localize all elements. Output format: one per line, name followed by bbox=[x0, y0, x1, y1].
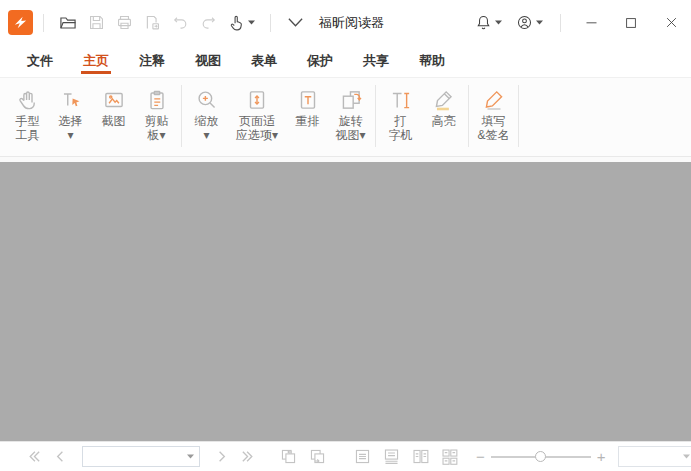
ribbon-item-label: 手型 bbox=[16, 114, 40, 128]
foxit-logo-icon[interactable] bbox=[8, 10, 33, 35]
ribbon-item-label: 截图 bbox=[102, 114, 126, 128]
print-button[interactable] bbox=[110, 9, 138, 37]
ribbon-item-label: &签名 bbox=[477, 128, 509, 142]
facing-continuous-view-button[interactable] bbox=[435, 445, 464, 469]
page-number-combobox[interactable] bbox=[82, 446, 200, 467]
ribbon-tab-bar: 文件 主页 注释 视图 表单 保护 共享 帮助 bbox=[0, 45, 691, 78]
zoom-out-button[interactable]: − bbox=[472, 449, 489, 464]
zoom-slider-track[interactable] bbox=[491, 456, 591, 458]
ribbon-item-label: 高亮 bbox=[432, 114, 456, 128]
convert-button[interactable] bbox=[138, 9, 166, 37]
ribbon-group-separator bbox=[375, 85, 376, 147]
zoom-level-caret-icon bbox=[683, 454, 690, 459]
page-fit-options-button[interactable]: 页面适 应选项▾ bbox=[229, 85, 285, 142]
typewriter-button[interactable]: 打 字机 bbox=[380, 85, 421, 142]
page-fit-options-icon bbox=[244, 86, 270, 114]
next-view-button[interactable] bbox=[303, 445, 332, 469]
titlebar-separator bbox=[270, 14, 271, 32]
ribbon-item-label: 打 bbox=[395, 114, 407, 128]
title-bar: 福昕阅读器 bbox=[0, 0, 691, 45]
ribbon-item-label: 旋转 bbox=[339, 114, 363, 128]
single-page-view-button[interactable] bbox=[348, 445, 377, 469]
tab-file[interactable]: 文件 bbox=[12, 45, 68, 77]
account-button[interactable] bbox=[508, 9, 550, 37]
clipboard-button[interactable]: 剪贴 板▾ bbox=[136, 85, 177, 142]
window-title: 福昕阅读器 bbox=[319, 14, 384, 32]
ribbon-item-label: 工具 bbox=[16, 128, 40, 142]
ribbon-item-label: 字机 bbox=[389, 128, 413, 142]
fill-sign-icon bbox=[481, 86, 507, 114]
ribbon-item-label: ▾ bbox=[203, 128, 209, 142]
next-page-button[interactable] bbox=[208, 445, 235, 469]
rotate-view-button[interactable]: 旋转 视图▾ bbox=[330, 85, 371, 142]
ribbon-group-fill-sign: 填写 &签名 bbox=[472, 85, 515, 142]
facing-view-button[interactable] bbox=[406, 445, 435, 469]
tab-comment[interactable]: 注释 bbox=[124, 45, 180, 77]
hand-tool-icon bbox=[15, 86, 41, 114]
prev-page-button[interactable] bbox=[47, 445, 74, 469]
zoom-in-button[interactable]: + bbox=[593, 449, 610, 464]
tab-protect[interactable]: 保护 bbox=[292, 45, 348, 77]
titlebar-separator bbox=[43, 14, 44, 32]
minimize-button[interactable] bbox=[571, 7, 611, 39]
zoom-level-input[interactable] bbox=[619, 447, 683, 466]
tab-view[interactable]: 视图 bbox=[180, 45, 236, 77]
snapshot-icon bbox=[101, 86, 127, 114]
reflow-button[interactable]: 重排 bbox=[287, 85, 328, 128]
undo-button[interactable] bbox=[166, 9, 194, 37]
ribbon-item-label: ▾ bbox=[67, 128, 73, 142]
open-file-button[interactable] bbox=[54, 9, 82, 37]
first-page-button[interactable] bbox=[20, 445, 47, 469]
page-number-input[interactable] bbox=[83, 447, 187, 466]
ribbon-item-label: 填写 bbox=[482, 114, 506, 128]
zoom-slider-thumb[interactable] bbox=[535, 451, 546, 462]
maximize-button[interactable] bbox=[611, 7, 651, 39]
touch-mode-caret-icon bbox=[248, 20, 255, 25]
zoom-slider[interactable] bbox=[491, 456, 591, 458]
notifications-caret-icon bbox=[495, 20, 502, 25]
ribbon-toolbar: 手型 工具 选择 ▾ 截图 bbox=[0, 78, 691, 157]
previous-view-button[interactable] bbox=[274, 445, 303, 469]
snapshot-button[interactable]: 截图 bbox=[93, 85, 134, 128]
touch-mode-button[interactable] bbox=[222, 9, 260, 37]
tab-share[interactable]: 共享 bbox=[348, 45, 404, 77]
zoom-button[interactable]: 缩放 ▾ bbox=[186, 85, 227, 142]
ribbon-item-label: 应选项▾ bbox=[236, 128, 278, 142]
zoom-level-combobox[interactable] bbox=[618, 446, 691, 467]
select-button[interactable]: 选择 ▾ bbox=[50, 85, 91, 142]
reflow-icon bbox=[295, 86, 321, 114]
hand-tool-button[interactable]: 手型 工具 bbox=[7, 85, 48, 142]
rotate-view-icon bbox=[338, 86, 364, 114]
ribbon-item-label: 选择 bbox=[59, 114, 83, 128]
tab-form[interactable]: 表单 bbox=[236, 45, 292, 77]
ribbon-item-label: 缩放 bbox=[195, 114, 219, 128]
tab-home[interactable]: 主页 bbox=[68, 45, 124, 77]
last-page-button[interactable] bbox=[235, 445, 262, 469]
redo-button[interactable] bbox=[194, 9, 222, 37]
save-button[interactable] bbox=[82, 9, 110, 37]
tab-help[interactable]: 帮助 bbox=[404, 45, 460, 77]
document-area-empty bbox=[0, 162, 691, 441]
account-caret-icon bbox=[536, 20, 543, 25]
collapse-toolbar-button[interactable] bbox=[281, 9, 309, 37]
ribbon-group-view: 缩放 ▾ 页面适 应选项▾ 重排 bbox=[185, 85, 372, 142]
ribbon-item-label: 板▾ bbox=[147, 128, 165, 142]
ribbon-item-label: 剪贴 bbox=[145, 114, 169, 128]
page-number-caret-icon bbox=[187, 454, 194, 459]
highlight-button[interactable]: 高亮 bbox=[423, 85, 464, 128]
ribbon-group-separator bbox=[518, 85, 519, 147]
close-button[interactable] bbox=[651, 7, 691, 39]
highlight-icon bbox=[431, 86, 457, 114]
typewriter-icon bbox=[388, 86, 414, 114]
titlebar-separator bbox=[560, 14, 561, 32]
ribbon-group-tools: 手型 工具 选择 ▾ 截图 bbox=[6, 85, 178, 142]
status-bar: − + bbox=[0, 441, 691, 471]
continuous-view-button[interactable] bbox=[377, 445, 406, 469]
ribbon-item-label: 页面适 bbox=[239, 114, 275, 128]
ribbon-item-label: 视图▾ bbox=[335, 128, 365, 142]
notifications-button[interactable] bbox=[468, 9, 508, 37]
select-icon bbox=[58, 86, 84, 114]
zoom-icon bbox=[194, 86, 220, 114]
ribbon-group-separator bbox=[468, 85, 469, 147]
fill-sign-button[interactable]: 填写 &签名 bbox=[473, 85, 514, 142]
